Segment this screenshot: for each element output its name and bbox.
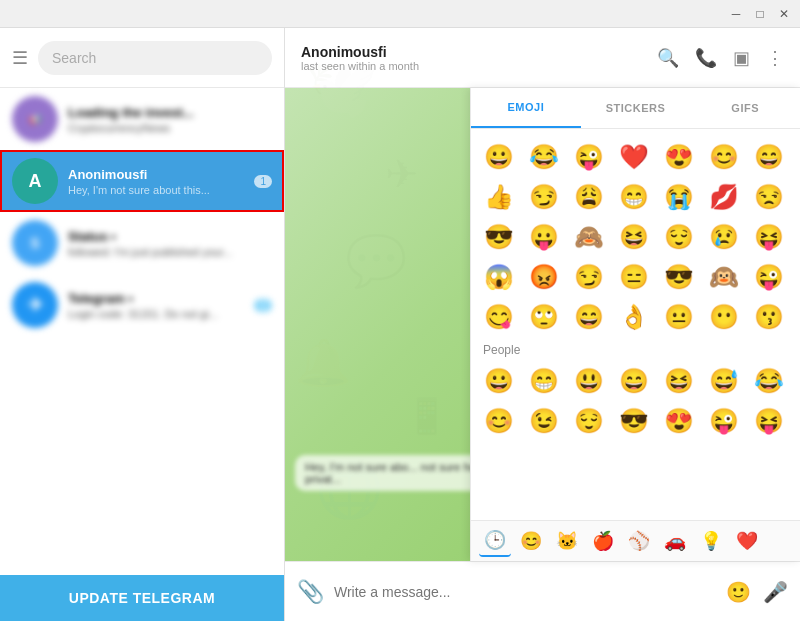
emoji-cell[interactable]: 😄 bbox=[569, 297, 609, 337]
chat-item[interactable]: 📢 Loading the invest... CryptocurrencyNe… bbox=[0, 88, 284, 150]
emoji-cell[interactable]: 😌 bbox=[659, 217, 699, 257]
chat-info: Anonimousfi Hey, I'm not sure about this… bbox=[68, 167, 244, 196]
emoji-cell[interactable]: 😋 bbox=[479, 297, 519, 337]
tab-gifs[interactable]: GIFS bbox=[690, 88, 800, 128]
emoji-cell[interactable]: 😗 bbox=[749, 297, 789, 337]
chat-meta: 1 bbox=[254, 299, 272, 312]
attach-icon[interactable]: 📎 bbox=[297, 579, 324, 605]
emoji-cell[interactable]: 😁 bbox=[614, 177, 654, 217]
contact-info: Anonimousfi last seen within a month bbox=[301, 44, 645, 72]
emoji-cell[interactable]: 😊 bbox=[704, 137, 744, 177]
tab-emoji[interactable]: EMOJI bbox=[471, 88, 581, 128]
emoji-section-label: People bbox=[479, 337, 792, 361]
emoji-cell[interactable]: 🙄 bbox=[524, 297, 564, 337]
chat-item[interactable]: ✈ Telegram • Login code: 31151. Do not g… bbox=[0, 274, 284, 336]
emoji-cell[interactable]: 😀 bbox=[479, 137, 519, 177]
message-input[interactable] bbox=[334, 574, 716, 610]
emoji-content[interactable]: 😀 😂 😜 ❤️ 😍 😊 😄 👍 😏 😩 😁 😭 💋 😒 bbox=[471, 129, 800, 520]
update-telegram-button[interactable]: UPDATE TELEGRAM bbox=[0, 575, 284, 621]
chat-item[interactable]: S Status • followed: I'm just published … bbox=[0, 212, 284, 274]
emoji-cell[interactable]: 😶 bbox=[704, 297, 744, 337]
emoji-cell[interactable]: 😜 bbox=[704, 401, 744, 441]
cat-travel[interactable]: 🚗 bbox=[659, 525, 691, 557]
emoji-cell[interactable]: 💋 bbox=[704, 177, 744, 217]
emoji-cell[interactable]: 😜 bbox=[569, 137, 609, 177]
emoji-cell[interactable]: 😢 bbox=[704, 217, 744, 257]
chat-name: Anonimousfi bbox=[68, 167, 244, 182]
chat-info: Loading the invest... CryptocurrencyNews bbox=[68, 105, 262, 134]
active-chat-item[interactable]: A Anonimousfi Hey, I'm not sure about th… bbox=[0, 150, 284, 212]
cat-symbols[interactable]: ❤️ bbox=[731, 525, 763, 557]
more-icon[interactable]: ⋮ bbox=[766, 47, 784, 69]
emoji-cell[interactable]: 😁 bbox=[524, 361, 564, 401]
header-icons: 🔍 📞 ▣ ⋮ bbox=[657, 47, 784, 69]
main-layout: ☰ Search 📢 Loading the invest... Cryptoc… bbox=[0, 28, 800, 621]
chat-list: 📢 Loading the invest... CryptocurrencyNe… bbox=[0, 88, 284, 575]
emoji-cell[interactable]: 😏 bbox=[569, 257, 609, 297]
emoji-panel: EMOJI STICKERS GIFS 😀 😂 😜 ❤️ 😍 😊 😄 bbox=[470, 88, 800, 561]
emoji-cell[interactable]: 😩 bbox=[569, 177, 609, 217]
emoji-cell[interactable]: 😆 bbox=[659, 361, 699, 401]
emoji-cell[interactable]: 😅 bbox=[704, 361, 744, 401]
emoji-cell[interactable]: 😏 bbox=[524, 177, 564, 217]
emoji-cell[interactable]: 😆 bbox=[614, 217, 654, 257]
emoji-cell[interactable]: 😭 bbox=[659, 177, 699, 217]
minimize-button[interactable]: ─ bbox=[728, 6, 744, 22]
chat-header: Anonimousfi last seen within a month 🔍 📞… bbox=[285, 28, 800, 88]
emoji-cell[interactable]: 🙉 bbox=[704, 257, 744, 297]
emoji-cell[interactable]: 😂 bbox=[749, 361, 789, 401]
emoji-cell[interactable]: 😄 bbox=[614, 361, 654, 401]
emoji-cell[interactable]: 😌 bbox=[569, 401, 609, 441]
maximize-button[interactable]: □ bbox=[752, 6, 768, 22]
chat-info: Telegram • Login code: 31151. Do not gi.… bbox=[68, 291, 244, 320]
tab-stickers[interactable]: STICKERS bbox=[581, 88, 691, 128]
emoji-cell[interactable]: 👌 bbox=[614, 297, 654, 337]
close-button[interactable]: ✕ bbox=[776, 6, 792, 22]
search-icon[interactable]: 🔍 bbox=[657, 47, 679, 69]
emoji-cell[interactable]: 😒 bbox=[749, 177, 789, 217]
cat-objects[interactable]: 💡 bbox=[695, 525, 727, 557]
emoji-cell[interactable]: 😡 bbox=[524, 257, 564, 297]
emoji-icon[interactable]: 🙂 bbox=[726, 580, 751, 604]
emoji-cell[interactable]: 👍 bbox=[479, 177, 519, 217]
emoji-cell[interactable]: 😎 bbox=[479, 217, 519, 257]
emoji-cell[interactable]: 😎 bbox=[659, 257, 699, 297]
emoji-cell[interactable]: ❤️ bbox=[614, 137, 654, 177]
emoji-cell[interactable]: 😎 bbox=[614, 401, 654, 441]
chat-panel: 🕊️ ✈ 💬 🔔 📱 🌐 Anonimousfi last seen withi… bbox=[285, 28, 800, 621]
emoji-cell[interactable]: 😱 bbox=[479, 257, 519, 297]
emoji-cell[interactable]: 🙈 bbox=[569, 217, 609, 257]
emoji-cell[interactable]: 😐 bbox=[659, 297, 699, 337]
emoji-cell[interactable]: 😄 bbox=[749, 137, 789, 177]
chat-preview: followed: I'm just published your... bbox=[68, 246, 262, 258]
emoji-cell[interactable]: 😍 bbox=[659, 137, 699, 177]
phone-icon[interactable]: 📞 bbox=[695, 47, 717, 69]
emoji-cell[interactable]: 😃 bbox=[569, 361, 609, 401]
emoji-cell[interactable]: 😜 bbox=[749, 257, 789, 297]
emoji-cell[interactable]: 😝 bbox=[749, 217, 789, 257]
emoji-grid-row5: 😋 🙄 😄 👌 😐 😶 😗 bbox=[479, 297, 792, 337]
message-bubble: Hey, I'm not sure abo... not sure how pr… bbox=[295, 455, 495, 491]
emoji-cell[interactable]: 😝 bbox=[749, 401, 789, 441]
avatar: 📢 bbox=[12, 96, 58, 142]
cat-people[interactable]: 😊 bbox=[515, 525, 547, 557]
emoji-category-bar: 🕒 😊 🐱 🍎 ⚾ 🚗 💡 ❤️ bbox=[471, 520, 800, 561]
chat-preview: Hey, I'm not sure about this... bbox=[68, 184, 244, 196]
cat-food[interactable]: 🍎 bbox=[587, 525, 619, 557]
emoji-cell[interactable]: 😂 bbox=[524, 137, 564, 177]
cat-sports[interactable]: ⚾ bbox=[623, 525, 655, 557]
emoji-grid-row1: 😀 😂 😜 ❤️ 😍 😊 😄 bbox=[479, 137, 792, 177]
search-box[interactable]: Search bbox=[38, 41, 272, 75]
cat-recent[interactable]: 🕒 bbox=[479, 525, 511, 557]
emoji-cell[interactable]: 😉 bbox=[524, 401, 564, 441]
chat-info: Status • followed: I'm just published yo… bbox=[68, 229, 262, 258]
voice-icon[interactable]: 🎤 bbox=[763, 580, 788, 604]
emoji-cell[interactable]: 😍 bbox=[659, 401, 699, 441]
menu-icon[interactable]: ☰ bbox=[12, 47, 28, 69]
emoji-cell[interactable]: 😛 bbox=[524, 217, 564, 257]
emoji-cell[interactable]: 😑 bbox=[614, 257, 654, 297]
emoji-cell[interactable]: 😀 bbox=[479, 361, 519, 401]
emoji-cell[interactable]: 😊 bbox=[479, 401, 519, 441]
cat-animals[interactable]: 🐱 bbox=[551, 525, 583, 557]
layout-icon[interactable]: ▣ bbox=[733, 47, 750, 69]
